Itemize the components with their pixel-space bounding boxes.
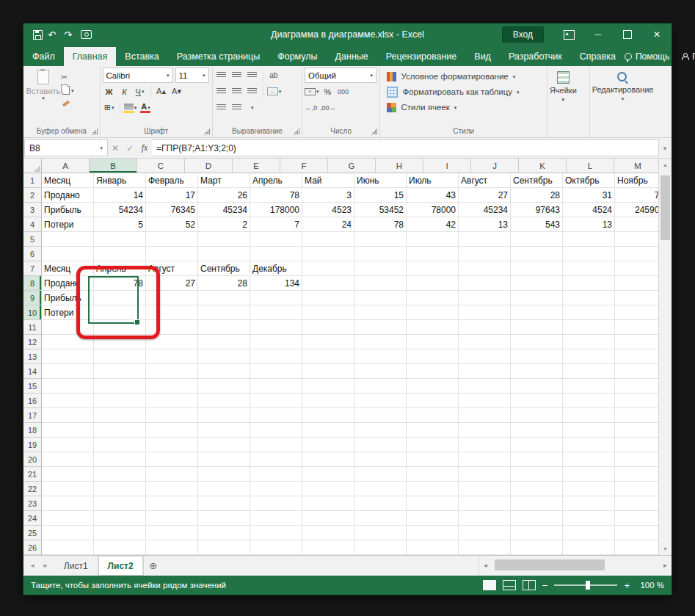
cell-C22[interactable] (146, 482, 198, 496)
cell-J10[interactable] (511, 305, 563, 320)
cell-L23[interactable] (615, 496, 659, 511)
cell-K21[interactable] (563, 467, 615, 482)
cell-K16[interactable] (563, 394, 615, 408)
zoom-slider-thumb[interactable] (586, 581, 590, 590)
cell-B12[interactable] (94, 335, 146, 349)
cell-H15[interactable] (407, 379, 459, 394)
cell-K1[interactable]: Октябрь (563, 173, 615, 188)
row-header-24[interactable]: 24 (23, 511, 42, 526)
cell-H3[interactable]: 78000 (407, 203, 459, 217)
cell-C8[interactable]: 27 (146, 276, 198, 291)
cell-J25[interactable] (511, 526, 563, 540)
cell-C16[interactable] (146, 394, 198, 408)
cell-L19[interactable] (615, 438, 659, 452)
align-center-button[interactable] (230, 85, 244, 98)
number-dialog-launcher-icon[interactable] (371, 128, 377, 134)
cell-B18[interactable] (94, 423, 146, 438)
cell-B5[interactable] (94, 232, 146, 247)
cell-J21[interactable] (511, 467, 563, 482)
row-header-3[interactable]: 3 (23, 203, 42, 217)
cell-L17[interactable] (615, 408, 659, 423)
cell-K22[interactable] (563, 482, 615, 496)
cell-K9[interactable] (563, 291, 615, 305)
row-header-19[interactable]: 19 (23, 438, 42, 452)
cell-D18[interactable] (198, 423, 250, 438)
cell-J16[interactable] (511, 394, 563, 408)
cell-J3[interactable]: 97643 (511, 203, 563, 217)
cell-E15[interactable] (250, 379, 302, 394)
cell-G10[interactable] (354, 305, 407, 320)
cell-F20[interactable] (302, 452, 354, 467)
cell-H1[interactable]: Июль (407, 173, 459, 188)
cell-H23[interactable] (407, 496, 459, 511)
cell-C2[interactable]: 17 (146, 188, 198, 203)
cell-K2[interactable]: 31 (563, 188, 615, 203)
font-size-combo[interactable]: 11▾ (175, 68, 209, 83)
ribbon-tab[interactable]: Вид (465, 47, 500, 66)
cell-I14[interactable] (459, 364, 511, 379)
cell-E10[interactable] (250, 305, 302, 320)
cell-E21[interactable] (250, 467, 302, 482)
cell-D23[interactable] (198, 496, 250, 511)
cell-J24[interactable] (511, 511, 563, 526)
cell-A14[interactable] (42, 364, 94, 379)
cell-K20[interactable] (563, 452, 615, 467)
cell-I17[interactable] (459, 408, 511, 423)
cell-H24[interactable] (407, 511, 459, 526)
cell-E26[interactable] (250, 540, 302, 555)
cell-G5[interactable] (354, 232, 407, 247)
cell-K13[interactable] (563, 349, 615, 364)
font-color-dropdown-icon[interactable]: ▾ (148, 105, 150, 110)
cell-K15[interactable] (563, 379, 615, 394)
cell-F12[interactable] (302, 335, 354, 349)
cell-A13[interactable] (42, 349, 94, 364)
cell-C14[interactable] (146, 364, 198, 379)
increase-decimal-button[interactable]: ←,0 (305, 101, 318, 115)
cell-D21[interactable] (198, 467, 250, 482)
scroll-up-icon[interactable]: ▲ (659, 159, 672, 171)
cell-C26[interactable] (146, 540, 198, 555)
cell-H12[interactable] (407, 335, 459, 349)
cell-A8[interactable]: Продано (42, 276, 94, 291)
row-header-20[interactable]: 20 (23, 452, 42, 467)
cell-B16[interactable] (94, 394, 146, 408)
cell-F3[interactable]: 4523 (302, 203, 354, 217)
cell-J2[interactable]: 28 (511, 188, 563, 203)
cell-H20[interactable] (407, 452, 459, 467)
align-left-button[interactable] (215, 85, 228, 98)
cell-C23[interactable] (146, 496, 198, 511)
help-button[interactable]: Помощь (625, 51, 669, 62)
fill-color-button[interactable]: ▾ (124, 101, 137, 115)
cell-I7[interactable] (459, 261, 511, 276)
cells-dropdown-icon[interactable]: ▾ (562, 97, 565, 102)
cell-L11[interactable] (615, 320, 659, 335)
cell-E4[interactable]: 7 (250, 217, 302, 232)
cell-L4[interactable]: 4 (615, 217, 659, 232)
close-button[interactable]: ✕ (642, 23, 672, 46)
row-header-4[interactable]: 4 (23, 217, 42, 232)
cell-L22[interactable] (615, 482, 659, 496)
underline-dropdown-icon[interactable]: ▾ (142, 89, 145, 94)
formula-bar-expand-icon[interactable]: ▾ (659, 145, 671, 152)
cell-B6[interactable] (94, 247, 146, 261)
cell-H6[interactable] (407, 247, 459, 261)
cell-K17[interactable] (563, 408, 615, 423)
cell-I15[interactable] (459, 379, 511, 394)
cell-G24[interactable] (354, 511, 407, 526)
camera-button[interactable] (79, 26, 92, 43)
cell-F18[interactable] (302, 423, 354, 438)
vertical-scroll-track[interactable] (659, 171, 672, 543)
cell-B24[interactable] (94, 511, 146, 526)
cell-H14[interactable] (407, 364, 459, 379)
cell-G12[interactable] (354, 335, 407, 349)
merge-center-button[interactable]: ↔▾ (267, 85, 282, 98)
cell-D6[interactable] (198, 247, 250, 261)
row-header-18[interactable]: 18 (23, 423, 42, 438)
cell-G20[interactable] (354, 452, 407, 467)
horizontal-scroll-track[interactable] (492, 556, 659, 576)
cell-D24[interactable] (198, 511, 250, 526)
row-header-6[interactable]: 6 (23, 247, 42, 261)
cell-F8[interactable] (302, 276, 354, 291)
increase-font-size-button[interactable]: A▴ (155, 85, 168, 98)
cell-I1[interactable]: Август (459, 173, 511, 188)
